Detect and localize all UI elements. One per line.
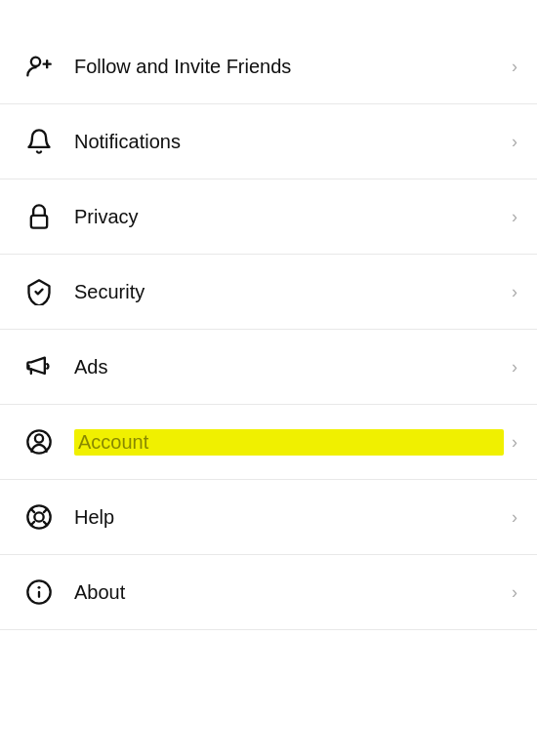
- menu-item-security[interactable]: Security ›: [0, 255, 537, 330]
- menu-item-account[interactable]: Account ›: [0, 405, 537, 480]
- svg-point-5: [35, 434, 43, 442]
- svg-line-11: [44, 509, 47, 512]
- menu-label-about: About: [74, 581, 504, 604]
- chevron-right-icon: ›: [512, 282, 517, 302]
- info-icon: [20, 573, 59, 612]
- svg-point-0: [31, 58, 40, 66]
- chevron-right-icon: ›: [512, 507, 517, 528]
- chevron-right-icon: ›: [512, 207, 517, 227]
- lock-icon: [20, 197, 59, 236]
- chevron-right-icon: ›: [512, 57, 517, 77]
- menu-label-account: Account: [74, 429, 504, 456]
- svg-line-9: [44, 522, 47, 525]
- bell-icon: [20, 122, 59, 161]
- ads-icon: [20, 347, 59, 386]
- menu-item-help[interactable]: Help ›: [0, 480, 537, 555]
- svg-line-8: [31, 509, 34, 512]
- shield-icon: [20, 272, 59, 311]
- chevron-right-icon: ›: [512, 432, 517, 453]
- chevron-right-icon: ›: [512, 582, 517, 603]
- menu-item-notifications[interactable]: Notifications ›: [0, 104, 537, 179]
- follow-icon: [20, 47, 59, 86]
- chevron-right-icon: ›: [512, 357, 517, 378]
- account-icon: [20, 422, 59, 461]
- menu-label-ads: Ads: [74, 356, 504, 378]
- svg-rect-3: [31, 216, 47, 228]
- help-icon: [20, 497, 59, 537]
- menu-item-ads[interactable]: Ads ›: [0, 330, 537, 405]
- svg-line-10: [31, 522, 34, 525]
- menu-item-follow-friends[interactable]: Follow and Invite Friends ›: [0, 29, 537, 104]
- menu-label-follow-friends: Follow and Invite Friends: [74, 56, 504, 78]
- menu-label-help: Help: [74, 506, 504, 529]
- chevron-right-icon: ›: [512, 132, 517, 152]
- svg-point-7: [34, 512, 43, 521]
- menu-item-privacy[interactable]: Privacy ›: [0, 179, 537, 255]
- menu-item-about[interactable]: About ›: [0, 555, 537, 630]
- settings-menu: Follow and Invite Friends › Notification…: [0, 0, 537, 630]
- menu-label-security: Security: [74, 281, 504, 303]
- menu-label-notifications: Notifications: [74, 131, 504, 153]
- menu-label-privacy: Privacy: [74, 206, 504, 228]
